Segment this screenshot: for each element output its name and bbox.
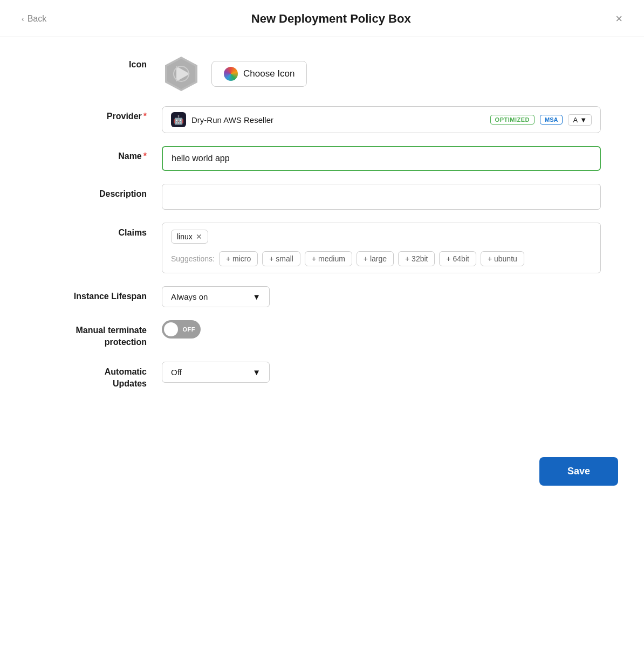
suggestions-label: Suggestions: — [171, 254, 215, 263]
lifespan-value: Always on — [171, 292, 208, 301]
claim-tag: linux ✕ — [171, 230, 208, 244]
back-button[interactable]: ‹ Back — [17, 12, 51, 26]
claims-label: Claims — [43, 223, 162, 238]
provider-label: Provider* — [43, 106, 162, 121]
provider-required: * — [143, 112, 147, 121]
name-field — [162, 146, 601, 171]
claims-container: linux ✕ Suggestions: + micro + small + m… — [162, 223, 601, 273]
manual-terminate-label: Manual terminate protection — [43, 320, 162, 349]
color-circle-icon — [224, 67, 238, 81]
suggestion-large[interactable]: + large — [357, 251, 394, 266]
description-input[interactable] — [162, 184, 601, 210]
badge-msa: MSA — [540, 115, 563, 125]
close-button[interactable]: × — [611, 10, 627, 28]
name-row: Name* — [43, 146, 601, 171]
suggestion-medium[interactable]: + medium — [305, 251, 352, 266]
provider-emoji: 🤖 — [171, 112, 186, 127]
lifespan-field: Always on ▼ — [162, 286, 601, 307]
toggle-off-label: OFF — [183, 326, 196, 333]
auto-updates-row: Automatic Updates Off ▼ — [43, 362, 601, 390]
claims-field: linux ✕ Suggestions: + micro + small + m… — [162, 223, 601, 273]
chevron-left-icon: ‹ — [22, 15, 24, 23]
save-label: Save — [567, 466, 590, 476]
close-icon: × — [615, 12, 622, 25]
choose-icon-label: Choose Icon — [243, 68, 294, 79]
suggestion-ubuntu[interactable]: + ubuntu — [481, 251, 524, 266]
modal-header: ‹ Back New Deployment Policy Box × — [0, 0, 644, 37]
lifespan-dropdown-icon: ▼ — [252, 292, 261, 301]
description-field — [162, 184, 601, 210]
auto-updates-value: Off — [171, 368, 182, 377]
suggestion-small[interactable]: + small — [262, 251, 300, 266]
lifespan-row: Instance Lifespan Always on ▼ — [43, 286, 601, 307]
manual-terminate-toggle[interactable]: OFF — [162, 320, 201, 339]
auto-updates-label: Automatic Updates — [43, 362, 162, 390]
claims-tags: linux ✕ — [171, 230, 592, 244]
name-input[interactable] — [162, 146, 601, 171]
lifespan-select[interactable]: Always on ▼ — [162, 286, 270, 307]
icon-label: Icon — [43, 54, 162, 70]
claims-row: Claims linux ✕ Suggestions: + micro + sm… — [43, 223, 601, 273]
lifespan-label: Instance Lifespan — [43, 286, 162, 301]
provider-name: Dry-Run AWS Reseller — [191, 115, 485, 125]
suggestions-row: Suggestions: + micro + small + medium + … — [171, 251, 592, 266]
save-button[interactable]: Save — [539, 457, 618, 486]
choose-icon-button[interactable]: Choose Icon — [211, 61, 307, 87]
page-title: New Deployment Policy Box — [51, 12, 611, 26]
hexagon-icon — [162, 54, 201, 93]
description-label: Description — [43, 184, 162, 199]
name-label: Name* — [43, 146, 162, 161]
suggestion-32bit[interactable]: + 32bit — [398, 251, 435, 266]
provider-field: 🤖 Dry-Run AWS Reseller OPTIMIZED MSA A ▼ — [162, 106, 601, 133]
icon-row: Icon Choose Icon — [43, 54, 601, 93]
manual-terminate-field: OFF — [162, 320, 601, 339]
back-label: Back — [28, 14, 47, 24]
badge-a: A ▼ — [568, 114, 592, 126]
auto-updates-dropdown-icon: ▼ — [252, 368, 261, 377]
claim-tag-label: linux — [177, 232, 193, 241]
badge-optimized: OPTIMIZED — [490, 115, 535, 125]
auto-updates-select[interactable]: Off ▼ — [162, 362, 270, 383]
toggle-slider: OFF — [162, 320, 201, 339]
suggestion-64bit[interactable]: + 64bit — [439, 251, 476, 266]
provider-row: Provider* 🤖 Dry-Run AWS Reseller OPTIMIZ… — [43, 106, 601, 133]
suggestion-micro[interactable]: + micro — [219, 251, 258, 266]
form-container: Icon Choose Icon Provider* 🤖 — [0, 37, 644, 425]
description-row: Description — [43, 184, 601, 210]
claim-remove-button[interactable]: ✕ — [196, 232, 202, 241]
manual-terminate-row: Manual terminate protection OFF — [43, 320, 601, 349]
footer: Save — [0, 446, 644, 503]
provider-select[interactable]: 🤖 Dry-Run AWS Reseller OPTIMIZED MSA A ▼ — [162, 106, 601, 133]
name-required: * — [143, 151, 147, 161]
dropdown-arrow-icon: ▼ — [580, 116, 587, 124]
auto-updates-field: Off ▼ — [162, 362, 601, 383]
icon-field: Choose Icon — [162, 54, 601, 93]
